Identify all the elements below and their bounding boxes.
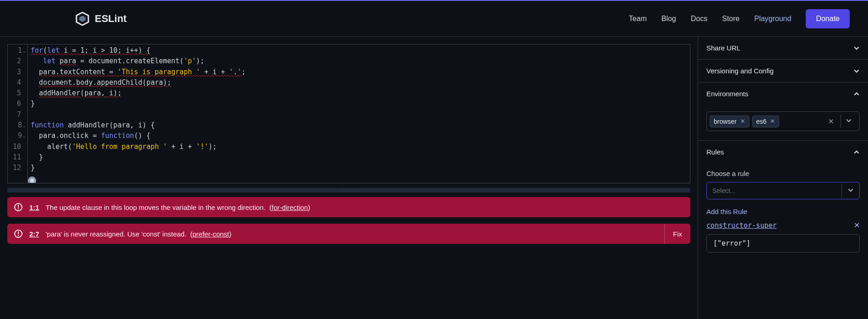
chevron-up-icon bbox=[853, 149, 860, 155]
remove-tag-icon[interactable]: ✕ bbox=[740, 118, 745, 125]
code-line[interactable]: alert('Hello from paragraph ' + i + '!')… bbox=[31, 142, 246, 152]
environments-select[interactable]: browser ✕ es6 ✕ ✕ bbox=[706, 111, 860, 131]
panel-title: Rules bbox=[706, 148, 724, 156]
line-number: 6 bbox=[8, 99, 26, 109]
code-line[interactable]: } bbox=[31, 163, 246, 173]
error-location[interactable]: 1:1 bbox=[29, 204, 39, 211]
nav-team[interactable]: Team bbox=[629, 15, 647, 23]
line-number: 3 bbox=[8, 67, 26, 77]
nav-store[interactable]: Store bbox=[722, 15, 739, 23]
main-nav: Team Blog Docs Store Playground Donate bbox=[629, 9, 850, 28]
app-header: ESLint Team Blog Docs Store Playground D… bbox=[0, 1, 868, 37]
add-rule-heading: Add this Rule bbox=[706, 208, 860, 215]
line-number: 12 bbox=[8, 163, 26, 173]
panel-title: Share URL bbox=[706, 44, 740, 52]
line-number: 10 bbox=[8, 142, 26, 152]
code-line[interactable]: let para = document.createElement('p'); bbox=[31, 56, 246, 66]
rule-config-input[interactable]: ["error"] bbox=[706, 234, 860, 253]
fix-button[interactable]: Fix bbox=[664, 224, 690, 244]
line-number: 11 bbox=[8, 152, 26, 163]
line-number: 9⌄ bbox=[8, 131, 26, 141]
dropdown-toggle[interactable] bbox=[841, 183, 859, 198]
line-number: 5 bbox=[8, 88, 26, 99]
panel-share-url[interactable]: Share URL bbox=[698, 37, 868, 60]
code-line[interactable]: function addHandler(para, i) { bbox=[31, 120, 246, 131]
config-sidebar: Share URL Versioning and Config Environm… bbox=[698, 37, 868, 319]
error-rule-link[interactable]: for-direction bbox=[271, 204, 308, 211]
code-line[interactable]: para.onclick = function() { bbox=[31, 131, 246, 141]
rule-select[interactable]: Select... bbox=[706, 182, 860, 199]
error-message: 'para' is never reassigned. Use 'const' … bbox=[46, 230, 658, 238]
env-tag-browser: browser ✕ bbox=[710, 116, 749, 127]
error-icon bbox=[14, 203, 23, 212]
dropdown-toggle[interactable] bbox=[841, 115, 857, 128]
brand[interactable]: ESLint bbox=[76, 12, 127, 26]
line-number: 1⌄ bbox=[8, 45, 26, 56]
svg-point-3 bbox=[18, 209, 19, 209]
brand-name: ESLint bbox=[95, 13, 127, 25]
panel-environments[interactable]: Environments bbox=[698, 82, 868, 105]
error-location[interactable]: 2:7 bbox=[29, 230, 39, 238]
error-icon bbox=[14, 229, 23, 238]
line-gutter: 1⌄2345678⌄9⌄101112 bbox=[8, 44, 28, 183]
clear-all-icon[interactable]: ✕ bbox=[825, 117, 838, 126]
eslint-logo-icon bbox=[76, 12, 89, 26]
lint-error: 2:7 'para' is never reassigned. Use 'con… bbox=[7, 224, 690, 244]
code-line[interactable]: } bbox=[31, 152, 246, 163]
svg-point-6 bbox=[18, 235, 19, 236]
chevron-up-icon bbox=[853, 91, 860, 97]
nav-docs[interactable]: Docs bbox=[691, 15, 707, 23]
line-number: 4 bbox=[8, 77, 26, 88]
chevron-down-icon bbox=[853, 45, 860, 51]
code-content[interactable]: for(let i = 1; i > 10; i++) { let para =… bbox=[28, 44, 249, 183]
code-line[interactable] bbox=[31, 110, 246, 120]
rule-link[interactable]: constructor-super bbox=[706, 221, 777, 230]
panel-versioning[interactable]: Versioning and Config bbox=[698, 60, 868, 82]
chevron-down-icon bbox=[846, 117, 852, 124]
remove-tag-icon[interactable]: ✕ bbox=[770, 118, 775, 125]
line-number: 7 bbox=[8, 110, 26, 120]
choose-rule-label: Choose a rule bbox=[706, 170, 860, 177]
nav-playground[interactable]: Playground bbox=[754, 15, 791, 23]
code-editor[interactable]: 1⌄2345678⌄9⌄101112 for(let i = 1; i > 10… bbox=[7, 44, 690, 183]
svg-rect-7 bbox=[18, 231, 19, 234]
env-tag-es6: es6 ✕ bbox=[752, 116, 780, 127]
line-number: 2 bbox=[8, 56, 26, 66]
error-rule-link[interactable]: prefer-const bbox=[192, 230, 229, 238]
code-line[interactable]: para.textContent = 'This is paragraph ' … bbox=[31, 67, 246, 77]
nav-blog[interactable]: Blog bbox=[662, 15, 676, 23]
pane-splitter[interactable]: :::::::: bbox=[7, 188, 690, 192]
code-line[interactable]: for(let i = 1; i > 10; i++) { bbox=[31, 45, 246, 56]
remove-rule-icon[interactable]: ✕ bbox=[854, 221, 860, 230]
svg-marker-1 bbox=[79, 16, 86, 22]
line-number: 8⌄ bbox=[8, 120, 26, 131]
code-line[interactable]: addHandler(para, i); bbox=[31, 88, 246, 99]
select-placeholder: Select... bbox=[707, 187, 841, 194]
chevron-down-icon bbox=[853, 68, 860, 74]
code-line[interactable]: document.body.appendChild(para); bbox=[31, 77, 246, 88]
environments-body: browser ✕ es6 ✕ ✕ bbox=[698, 105, 868, 141]
error-message: The update clause in this loop moves the… bbox=[46, 204, 684, 211]
cursor-indicator bbox=[28, 176, 36, 183]
lint-errors-list: 1:1 The update clause in this loop moves… bbox=[7, 197, 690, 244]
code-line[interactable]: } bbox=[31, 99, 246, 109]
donate-button[interactable]: Donate bbox=[806, 9, 850, 28]
panel-rules[interactable]: Rules bbox=[698, 141, 868, 163]
panel-title: Versioning and Config bbox=[706, 67, 774, 75]
rules-body: Choose a rule Select... Add this Rule co… bbox=[698, 163, 868, 262]
svg-rect-4 bbox=[18, 205, 19, 208]
chevron-down-icon bbox=[847, 187, 854, 193]
panel-title: Environments bbox=[706, 90, 749, 98]
lint-error: 1:1 The update clause in this loop moves… bbox=[7, 197, 690, 217]
